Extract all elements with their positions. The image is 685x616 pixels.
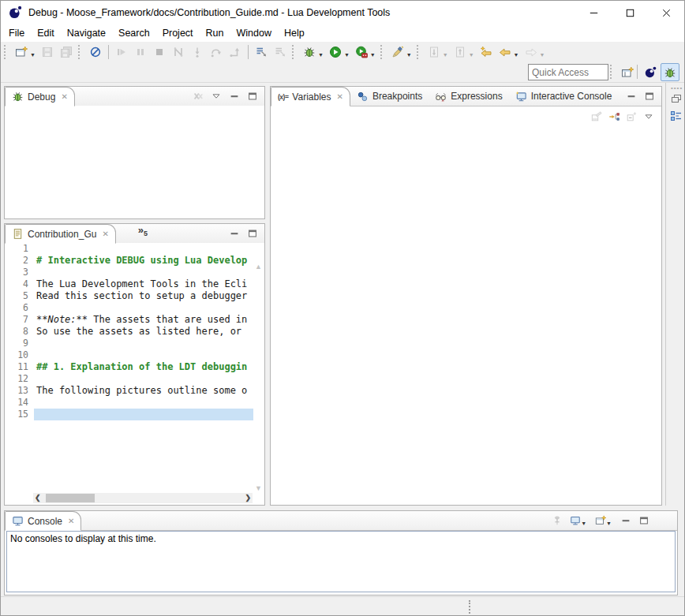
restore-view-button[interactable] (669, 92, 683, 106)
scroll-down-icon[interactable]: ▼ (255, 484, 262, 492)
toolbar-handle (380, 45, 386, 59)
scroll-up-icon[interactable]: ▲ (255, 263, 262, 271)
tab-breakpoints[interactable]: Breakpoints (350, 87, 429, 106)
right-trim-bar: •••• (665, 83, 685, 506)
back-button[interactable] (496, 43, 514, 61)
scrollbar-thumb[interactable] (46, 494, 95, 502)
editor-vertical-scrollbar[interactable]: ▲ ▼ (253, 263, 264, 492)
breakpoints-icon (357, 91, 369, 103)
window-minimize-button[interactable] (575, 1, 612, 24)
trim-handle[interactable]: •••• (671, 84, 683, 91)
debug-maximize-button[interactable] (246, 90, 259, 103)
last-edit-location-button[interactable] (477, 43, 495, 61)
editor-line[interactable]: 4The Lua Development Tools in the Ecli (5, 278, 264, 290)
debug-view-menu-button[interactable] (210, 90, 223, 103)
editor-line[interactable]: 10 (5, 349, 264, 361)
editor-line[interactable]: 9 (5, 338, 264, 349)
outline-view-button[interactable] (669, 110, 683, 124)
chevron-down-icon[interactable]: ▼ (514, 52, 519, 58)
hidden-editors-count: 5 (144, 230, 148, 237)
debug-view-content[interactable] (5, 106, 264, 218)
status-bar-handle[interactable] (469, 600, 470, 614)
editor-line[interactable]: 7**Note:** The assets that are used in (5, 314, 264, 326)
editor-line[interactable]: 12 (5, 373, 264, 385)
tab-contribution-guide[interactable]: Contribution_Gu ✕ (5, 224, 116, 244)
lua-perspective-button[interactable] (641, 63, 660, 81)
tab-expressions[interactable]: Expressions (429, 87, 508, 106)
console-minimize-button[interactable] (619, 514, 632, 527)
debug-perspective-button[interactable] (661, 63, 679, 81)
tab-variables[interactable]: (x)= Variables ✕ (271, 87, 350, 106)
menu-navigate[interactable]: Navigate (61, 26, 112, 40)
display-selected-console-button[interactable] (569, 514, 582, 527)
tab-debug[interactable]: Debug ✕ (5, 87, 75, 106)
open-perspective-button[interactable] (618, 63, 637, 81)
editor-line[interactable]: 1 (5, 243, 264, 255)
menu-file[interactable]: File (2, 26, 31, 40)
editor-line[interactable]: 11## 1. Explanation of the LDT debuggin (5, 361, 264, 373)
run-button[interactable] (327, 43, 344, 61)
editor-maximize-button[interactable] (246, 227, 259, 240)
view-menu-icon (643, 111, 654, 122)
external-tools-button[interactable] (389, 43, 406, 61)
chevron-down-icon[interactable]: ▼ (318, 52, 324, 58)
toolbar-handle (292, 45, 298, 59)
debug-button[interactable] (301, 43, 318, 61)
window-maximize-button[interactable] (612, 1, 648, 24)
window-title: Debug - Moose_Framework/docs/Contributio… (28, 7, 390, 18)
new-wizard-button[interactable] (13, 43, 30, 61)
console-maximize-button[interactable] (638, 514, 650, 527)
menu-run[interactable]: Run (200, 26, 230, 40)
editor-minimize-button[interactable] (228, 227, 241, 240)
console-content[interactable]: No consoles to display at this time. (6, 531, 676, 592)
chevron-down-icon[interactable]: ▼ (344, 52, 350, 58)
variables-minimize-button[interactable] (625, 90, 638, 103)
editor-horizontal-scrollbar[interactable]: ❮ ❯ (33, 493, 253, 503)
show-logical-structure-button[interactable] (608, 110, 620, 123)
chevron-down-icon[interactable]: ▼ (406, 52, 412, 58)
editor-line[interactable]: 5Read this section to setup a debugger (5, 290, 264, 302)
disconnect-button (170, 43, 187, 61)
scroll-right-icon[interactable]: ❯ (245, 494, 251, 502)
close-icon[interactable]: ✕ (337, 92, 343, 101)
close-icon[interactable]: ✕ (68, 517, 74, 525)
editor-line[interactable]: 14 (5, 397, 264, 409)
window-close-button[interactable] (648, 1, 684, 24)
close-icon[interactable]: ✕ (61, 92, 67, 101)
editor-line[interactable]: 13The following pictures outline some o (5, 385, 264, 397)
hidden-editors-chevron[interactable]: » 5 (138, 224, 148, 243)
editor-line[interactable]: 8So use the assets as listed here, or (5, 326, 264, 338)
menu-edit[interactable]: Edit (31, 26, 61, 40)
chevron-down-icon[interactable]: ▼ (606, 521, 612, 526)
use-step-filters-button[interactable] (253, 43, 270, 61)
quick-access-input[interactable] (528, 64, 608, 80)
editor-line[interactable]: 2# Interactive DEBUG using Lua Develop (5, 255, 264, 267)
chevron-down-icon[interactable]: ▼ (30, 52, 36, 58)
profile-button[interactable] (353, 43, 370, 61)
view-menu-icon (211, 91, 222, 102)
line-text: ## 1. Explanation of the LDT debuggin (34, 361, 253, 373)
menu-window[interactable]: Window (230, 26, 278, 40)
variables-maximize-button[interactable] (643, 90, 656, 103)
skip-all-breakpoints-button[interactable] (87, 43, 104, 61)
open-console-button[interactable] (594, 514, 607, 527)
close-icon[interactable]: ✕ (102, 230, 108, 238)
editor-line[interactable]: 15 (5, 409, 264, 420)
menu-project[interactable]: Project (156, 26, 200, 40)
debug-perspective-icon (664, 66, 676, 79)
chevron-down-icon[interactable]: ▼ (370, 52, 376, 58)
editor-text-area[interactable]: 12# Interactive DEBUG using Lua Develop3… (5, 243, 264, 505)
tab-interactive-console[interactable]: Interactive Console (509, 87, 619, 106)
chevron-down-icon[interactable]: ▼ (581, 521, 586, 526)
lua-app-icon (8, 6, 22, 20)
line-number: 11 (5, 361, 34, 373)
scroll-left-icon[interactable]: ❮ (35, 494, 41, 502)
menu-help[interactable]: Help (278, 26, 311, 40)
editor-line[interactable]: 6 (5, 302, 264, 314)
tab-console[interactable]: Console ✕ (5, 511, 81, 531)
variables-view-content[interactable] (271, 125, 661, 505)
menu-search[interactable]: Search (112, 26, 156, 40)
debug-minimize-button[interactable] (228, 90, 241, 103)
editor-line[interactable]: 3 (5, 267, 264, 278)
variables-view-menu-button[interactable] (642, 110, 655, 123)
